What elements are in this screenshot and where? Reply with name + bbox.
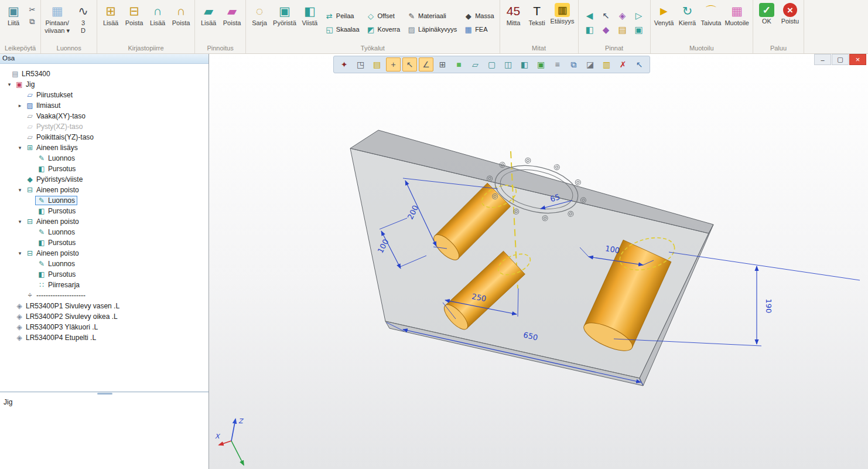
selection-frame-button[interactable]: ◳ (353, 57, 368, 72)
round-button[interactable]: ▣ Pyöristä (271, 1, 298, 28)
series-button[interactable]: ◌ Sarja (248, 1, 271, 28)
tree-item[interactable]: ◧ Pursotus (0, 206, 209, 216)
snap-line-button[interactable]: ↖ (402, 57, 417, 72)
snap-angle-button[interactable]: ∠ (419, 57, 433, 72)
snap-angle-icon: ∠ (422, 60, 430, 69)
text-button[interactable]: T Teksti (525, 1, 549, 28)
expand-arrow[interactable]: ▾ (6, 81, 13, 87)
tree-item[interactable]: ▾ ⊟ Aineen poisto (0, 248, 209, 259)
coating-add-button[interactable]: ▰ Lisää (197, 1, 220, 28)
coating-remove-button[interactable]: ▰ Poista (220, 1, 244, 28)
stretch-button[interactable]: ► Venytä (652, 1, 676, 28)
offset-button[interactable]: ◇ Offset (365, 11, 402, 22)
select-arrow-button[interactable]: ↖ (632, 57, 647, 72)
distance-button[interactable]: ▥ Etäisyys (549, 1, 576, 26)
tree-item[interactable]: ▱ Pysty(XZ)-taso (0, 121, 209, 132)
mirror-button[interactable]: ⇄ Peilaa (324, 11, 361, 22)
tree-item-label: Pursotus (48, 165, 76, 173)
pin-button[interactable]: ✦ (337, 57, 351, 72)
expand-arrow[interactable]: ▾ (16, 219, 23, 225)
spec-list-button[interactable]: ≡ (550, 57, 565, 72)
close-button[interactable]: × (849, 54, 866, 65)
material-add-icon: ⊞ (26, 144, 34, 152)
tree-item[interactable]: ✎ Luonnos (0, 153, 209, 164)
view-shaded-button[interactable]: ◫ (501, 57, 515, 72)
print-button[interactable]: ▥ (599, 57, 614, 72)
chamfer-button[interactable]: ◧ Viistä (298, 1, 322, 28)
snap-point-button[interactable]: + (386, 57, 401, 72)
ok-button[interactable]: ✓ OK (755, 1, 778, 26)
tree-item[interactable]: ✎ Luonnos (0, 259, 209, 269)
minimize-button[interactable]: – (814, 54, 831, 65)
surface-trim-button[interactable]: ▣ (633, 24, 645, 36)
bend-button[interactable]: ⌒ Taivuta (699, 1, 723, 28)
paste-button[interactable]: ▣ Liitä (2, 1, 25, 28)
pattern-icon: ∷ (37, 281, 46, 289)
material-button[interactable]: ✎ Materiaali (406, 11, 458, 22)
maximize-button[interactable]: ▢ (832, 54, 849, 65)
view-shaded-edges-button[interactable]: ◧ (517, 57, 532, 72)
sketch-on-face-button[interactable]: ▦ Pintaan/ viivaan ▾ (43, 1, 71, 35)
tree-item[interactable]: ▾ ⊞ Aineen lisäys (0, 142, 209, 153)
shell-button[interactable]: ◩ Koverra (365, 24, 402, 35)
scale-button[interactable]: ◱ Skaalaa (324, 24, 361, 35)
expand-arrow[interactable]: ▾ (16, 145, 23, 151)
exit-button[interactable]: × Poistu (778, 1, 802, 26)
tree-item[interactable]: ▱ Piirustukset (0, 90, 209, 100)
feature-add-button[interactable]: ∩ Lisää (146, 1, 169, 28)
surface-offset-button[interactable]: ▷ (633, 10, 645, 22)
tree-item[interactable]: ▾ ⊟ Aineen poisto (0, 216, 209, 227)
tree-item[interactable]: ✎ Luonnos (0, 227, 209, 237)
library-add-button[interactable]: ⊞ Lisää (99, 1, 122, 28)
surface-patch-button[interactable]: ▤ (616, 24, 629, 36)
twist-button[interactable]: ↻ Kierrä (676, 1, 699, 28)
fea-button[interactable]: ▦ FEA (463, 24, 495, 35)
tree-item[interactable]: ∷ Piirresarja (0, 280, 209, 290)
surface-merge-button[interactable]: ◆ (600, 24, 613, 36)
tree-item[interactable]: ◈ LR53400P3 Yläkuori .L (0, 322, 209, 332)
tree-item[interactable]: ÷ --------------------- (0, 290, 209, 301)
tree-item[interactable]: ◈ LR53400P4 Etupelti .L (0, 332, 209, 343)
tree-item[interactable]: ▱ Poikittais(YZ)-taso (0, 132, 209, 142)
dimension-button[interactable]: 45 Mitta (502, 1, 525, 28)
surface-extend-button[interactable]: ◀ (583, 10, 596, 22)
tree-item[interactable]: ◈ LR53400P1 Sivulevy vasen .L (0, 301, 209, 311)
face-highlight-button[interactable]: ■ (452, 57, 466, 72)
view-wireframe-button[interactable]: ▱ (468, 57, 483, 72)
feature-remove-button[interactable]: ∩ Poista (169, 1, 193, 28)
tree-item[interactable]: ▾ ⊟ Aineen poisto (0, 185, 209, 195)
surface-sew-button[interactable]: ◈ (616, 10, 629, 22)
layers-button[interactable]: ⧉ (566, 57, 581, 72)
morph-button[interactable]: ▦ Muotoile (723, 1, 751, 28)
tree-item[interactable]: ▤ LR53400 (0, 69, 209, 79)
copy-button[interactable]: ⧉ (26, 16, 38, 27)
tree-item[interactable]: ▱ Vaaka(XY)-taso (0, 111, 209, 121)
pick-filter-button[interactable]: ⊞ (435, 57, 450, 72)
tree-item[interactable]: ◆ Pyöristys/viiste (0, 174, 209, 185)
tree-item[interactable]: ◧ Pursotus (0, 164, 209, 174)
tree-item[interactable]: ▸ ▨ Ilmiasut (0, 100, 209, 111)
transparency-button[interactable]: ▨ Läpinäkyvyys (406, 24, 458, 35)
view-check-button[interactable]: ▣ (534, 57, 548, 72)
model-viewport[interactable]: 200 100 65 250 100 650 190 X Z ✦ (209, 54, 868, 469)
panel-splitter[interactable] (0, 392, 209, 397)
tree-item[interactable]: ▾ ▣ Jig (0, 79, 209, 90)
tree-item[interactable]: ◧ Pursotus (0, 237, 209, 248)
expand-arrow[interactable]: ▾ (16, 250, 23, 256)
scene-svg[interactable]: 200 100 65 250 100 650 190 X Z (209, 54, 868, 469)
surface-pick-button[interactable]: ↖ (600, 10, 613, 22)
sketch-3d-button[interactable]: ∿ 3 D (71, 1, 95, 35)
mass-button[interactable]: ◆ Massa (463, 11, 495, 22)
measure-ruler-button[interactable]: ▤ (370, 57, 384, 72)
expand-arrow[interactable]: ▸ (16, 103, 23, 108)
tree-item[interactable]: ◈ LR53400P2 Sivulevy oikea .L (0, 311, 209, 322)
expand-arrow[interactable]: ▾ (16, 187, 23, 193)
tree-item[interactable]: ✎ Luonnos (0, 195, 209, 206)
surface-split-button[interactable]: ◧ (583, 24, 596, 36)
cut-button[interactable]: ✂ (26, 4, 38, 15)
work-plane-button[interactable]: ◪ (583, 57, 597, 72)
view-hidden-button[interactable]: ▢ (484, 57, 499, 72)
delete-button[interactable]: ✗ (616, 57, 630, 72)
tree-item[interactable]: ◧ Pursotus (0, 269, 209, 280)
library-remove-button[interactable]: ⊟ Poista (122, 1, 146, 28)
